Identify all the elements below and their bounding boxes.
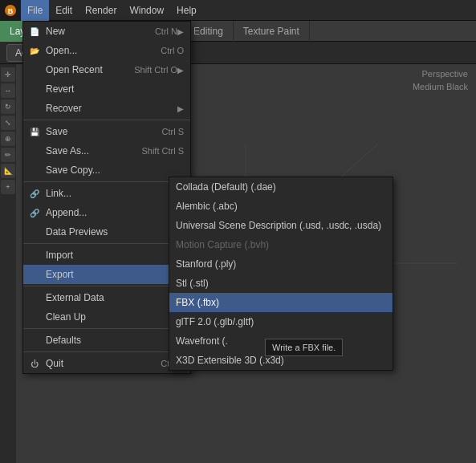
menu-item-clean-up[interactable]: Clean Up ▶ [23,307,190,327]
sidebar-icon-add[interactable]: + [1,180,15,194]
submenu-alembic[interactable]: Alembic (.abc) [169,197,393,216]
separator-6 [23,351,190,352]
open-icon: 📂 [28,44,41,57]
menu-item-data-previews[interactable]: Data Previews ▶ [23,222,190,242]
window-menu[interactable]: Window [123,0,170,21]
submenu-stl[interactable]: Stl (.stl) [169,274,393,293]
sidebar-icon-rotate[interactable]: ↻ [1,100,15,114]
sidebar-icon-cursor[interactable]: ✛ [1,67,15,82]
submenu-motion-capture: Motion Capture (.bvh) [169,235,393,254]
submenu-collada[interactable]: Collada (Default) (.dae) [169,177,393,197]
menu-item-import[interactable]: Import ▶ [23,246,190,265]
menu-item-external-data[interactable]: External Data ▶ [23,288,190,307]
submenu-stanford[interactable]: Stanford (.ply) [169,254,393,274]
menu-item-link[interactable]: 🔗 Link... [23,184,190,203]
menu-item-revert[interactable]: Revert [23,79,190,99]
submenu-wavefront[interactable]: Wavefront (. [169,331,393,351]
export-submenu: Collada (Default) (.dae) Alembic (.abc) … [169,177,393,371]
menu-item-open-recent[interactable]: Open Recent Shift Ctrl O ▶ [23,60,190,79]
sidebar-icon-move[interactable]: ↔ [1,83,15,98]
separator-3 [23,243,190,244]
menu-item-save-copy[interactable]: Save Copy... [23,160,190,180]
submenu-x3d[interactable]: X3D Extensible 3D (.x3d) [169,351,393,370]
svg-text:B: B [8,7,14,15]
top-menubar: B File Edit Render Window Help [0,0,476,21]
new-icon: 📄 [28,25,41,38]
separator-4 [23,286,190,286]
submenu-usd[interactable]: Universal Scene Description (.usd, .usdc… [169,216,393,235]
viewport-label: Perspective [422,69,468,79]
edit-menu[interactable]: Edit [49,0,79,21]
file-dropdown: 📄 New Ctrl N ▶ 📂 Open... Ctrl O Open Rec… [22,21,191,374]
menu-item-open[interactable]: 📂 Open... Ctrl O [23,41,190,60]
file-menu[interactable]: File [21,0,49,21]
menu-item-save[interactable]: 💾 Save Ctrl S [23,122,190,141]
submenu-gltf[interactable]: glTF 2.0 (.glb/.gltf) [169,312,393,331]
left-sidebar: ✛ ↔ ↻ ⤡ ⊕ ✏ 📐 + [0,64,16,463]
submenu-fbx[interactable]: FBX (.fbx) [169,293,393,312]
separator-1 [23,120,190,120]
menu-item-append[interactable]: 🔗 Append... [23,203,190,222]
render-menu[interactable]: Render [79,0,123,21]
menu-item-quit[interactable]: ⏻ Quit Ctrl Q [23,354,190,373]
tab-texture-paint[interactable]: Texture Paint [234,21,310,42]
menu-item-new[interactable]: 📄 New Ctrl N ▶ [23,22,190,41]
sidebar-icon-measure[interactable]: 📐 [1,164,15,178]
help-menu[interactable]: Help [170,0,203,21]
append-icon: 🔗 [28,206,41,219]
menu-item-export[interactable]: Export ▶ [23,265,190,284]
sidebar-icon-transform[interactable]: ⊕ [1,132,15,146]
separator-5 [23,328,190,329]
menu-item-defaults[interactable]: Defaults ▶ [23,331,190,350]
link-icon: 🔗 [28,187,41,200]
sidebar-icon-annotate[interactable]: ✏ [1,148,15,162]
menu-item-save-as[interactable]: Save As... Shift Ctrl S [23,141,190,160]
save-icon: 💾 [28,125,41,138]
sidebar-icon-scale[interactable]: ⤡ [1,116,15,130]
separator-2 [23,181,190,182]
menu-item-recover[interactable]: Recover ▶ [23,99,190,118]
quit-icon: ⏻ [28,357,41,370]
viewport-scene-label: Medium Black [413,82,468,91]
blender-logo: B [0,0,21,21]
